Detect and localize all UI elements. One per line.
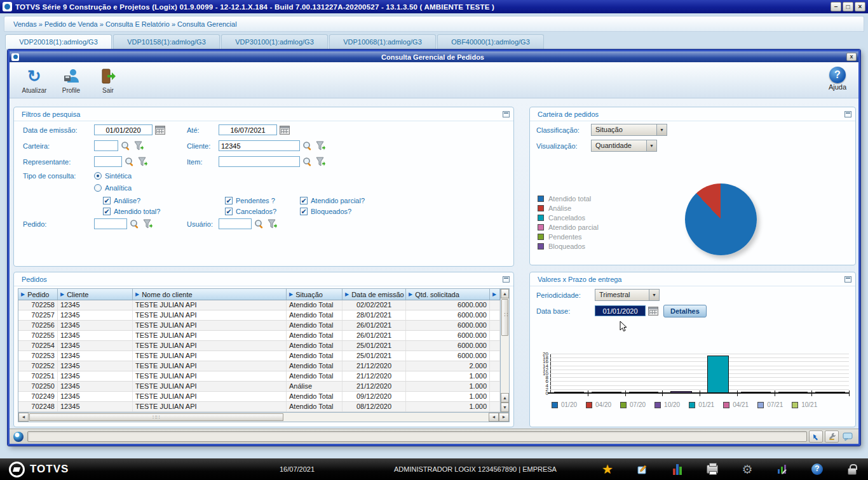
table-row[interactable]: 70224912345TESTE JULIAN APIAtendido Tota… <box>18 392 500 402</box>
collapse-panel-icon[interactable] <box>503 111 510 117</box>
mouse-cursor <box>620 321 628 334</box>
search-icon[interactable] <box>254 219 264 229</box>
checkbox-pendentes[interactable]: ✔Pendentes ? <box>225 197 300 204</box>
collapse-panel-icon[interactable] <box>503 276 510 283</box>
refresh-icon: ↻ <box>27 68 41 84</box>
table-row[interactable]: 70225012345TESTE JULIAN APIAnálise21/12/… <box>18 382 500 392</box>
column-header-pedido[interactable]: ▶Pedido <box>18 289 58 300</box>
atualizar-button[interactable]: ↻ Atualizar <box>16 65 53 98</box>
tab-vdp10068[interactable]: VDP10068(1):admlog/G3 <box>329 34 436 49</box>
report-edit-icon[interactable] <box>775 462 789 476</box>
filter-funnel-icon[interactable] <box>267 219 278 229</box>
table-row[interactable]: 70225112345TESTE JULIAN APIAtendido Tota… <box>18 371 500 382</box>
status-indicator-icon <box>13 432 24 442</box>
pedido-input[interactable] <box>94 218 127 229</box>
column-header-situação[interactable]: ▶Situação <box>287 289 342 300</box>
filter-funnel-icon[interactable] <box>315 141 327 151</box>
tab-vdp10158[interactable]: VDP10158(1):admlog/G3 <box>113 34 220 49</box>
table-row[interactable]: 70225412345TESTE JULIAN APIAtendido Tota… <box>18 341 500 351</box>
collapse-panel-icon[interactable] <box>844 276 851 283</box>
calendar-icon[interactable] <box>280 126 290 135</box>
printer-icon[interactable] <box>705 462 719 476</box>
table-row[interactable]: 70225812345TESTE JULIAN APIAtendido Tota… <box>18 300 500 310</box>
close-button[interactable]: × <box>855 2 865 11</box>
breadcrumb[interactable]: Vendas » Pedido de Venda » Consulta E Re… <box>13 20 237 28</box>
scroll-up-icon[interactable]: ▲ <box>501 289 509 298</box>
tab-vdp20018[interactable]: VDP20018(1):admlog/G3 <box>5 34 112 49</box>
scroll-down-icon[interactable]: ▼ <box>501 403 509 412</box>
ate-input[interactable] <box>219 124 277 135</box>
filter-funnel-icon[interactable] <box>137 157 149 167</box>
scroll-left-icon[interactable]: ◄ <box>18 413 29 422</box>
resize-arrow-icon[interactable] <box>809 430 823 443</box>
visualizacao-dropdown[interactable]: Quantidade ▼ <box>591 140 657 152</box>
table-row[interactable]: 70224812345TESTE JULIAN APIAtendido Tota… <box>18 402 500 412</box>
checkbox-análise[interactable]: ✔Análise? <box>103 197 225 204</box>
filter-funnel-icon[interactable] <box>315 157 327 167</box>
calendar-icon[interactable] <box>155 126 165 135</box>
ajuda-button[interactable]: ? Ajuda <box>820 65 855 98</box>
cliente-input[interactable] <box>219 140 300 151</box>
search-icon[interactable] <box>121 141 131 151</box>
tab-obf40000[interactable]: OBF40000(1):admlog/G3 <box>437 34 544 49</box>
filter-funnel-icon[interactable] <box>133 141 145 151</box>
data-emissao-label: Data de emissão: <box>23 126 94 134</box>
horizontal-scrollbar[interactable]: ◄ ∷∷ ◄ ► <box>18 413 510 422</box>
maximize-button[interactable]: □ <box>843 2 853 11</box>
checkbox-cancelados[interactable]: ✔Cancelados? <box>225 208 300 215</box>
detalhes-button[interactable]: Detalhes <box>663 305 707 317</box>
tab-vdp30100[interactable]: VDP30100(1):admlog/G3 <box>221 34 328 49</box>
scrollbar-thumb[interactable]: ∷∷ <box>29 413 283 421</box>
scroll-left-icon[interactable]: ◄ <box>489 413 499 422</box>
settings-gear-icon[interactable]: ⚙ <box>740 462 754 476</box>
usuario-input[interactable] <box>219 218 252 229</box>
checkbox-atendidoparcial[interactable]: ✔Atendido parcial? <box>300 197 513 204</box>
minimize-button[interactable]: – <box>831 2 841 11</box>
checkbox-bloqueados[interactable]: ✔Bloqueados? <box>300 208 513 215</box>
radio-sintetica[interactable]: Sintética <box>94 172 132 180</box>
table-row[interactable]: 70225212345TESTE JULIAN APIAtendido Tota… <box>18 361 500 371</box>
chart-bars-icon[interactable] <box>670 462 684 476</box>
lock-icon[interactable] <box>845 462 859 476</box>
table-row[interactable]: 70225612345TESTE JULIAN APIAtendido Tota… <box>18 321 500 331</box>
legend-item: 04/20 <box>586 401 611 408</box>
column-header-cliente[interactable]: ▶Cliente <box>58 289 133 300</box>
periodicidade-dropdown[interactable]: Trimestral ▼ <box>595 289 660 301</box>
table-row[interactable]: 70225712345TESTE JULIAN APIAtendido Tota… <box>18 310 500 321</box>
vertical-scrollbar[interactable]: ▲ ▲ ▼ <box>501 288 510 413</box>
help-icon[interactable]: ? <box>810 462 824 476</box>
scrollbar-thumb[interactable] <box>501 299 508 336</box>
annotation-pencil-icon[interactable] <box>635 462 649 476</box>
search-icon[interactable] <box>302 157 313 167</box>
calendar-icon[interactable] <box>648 307 658 316</box>
scroll-right-icon[interactable]: ► <box>499 413 509 422</box>
scroll-up-icon[interactable]: ▲ <box>501 393 509 403</box>
column-header-qtd-solicitada[interactable]: ▶Qtd. solicitada <box>406 289 490 300</box>
tools-wrench-icon[interactable] <box>825 430 839 443</box>
checkbox-icon: ✔ <box>103 208 111 215</box>
favorites-star-icon[interactable]: ★ <box>600 462 614 476</box>
representante-input[interactable] <box>94 156 122 167</box>
item-input[interactable] <box>219 156 300 167</box>
table-row[interactable]: 70225312345TESTE JULIAN APIAtendido Tota… <box>18 351 500 361</box>
carteira-input[interactable] <box>94 140 118 151</box>
column-header-data-de-emissão[interactable]: ▶Data de emissão <box>342 289 406 300</box>
sair-button[interactable]: Sair <box>90 65 126 98</box>
radio-analitica[interactable]: Analítica <box>94 184 132 192</box>
panel-pedidos: Pedidos ▶Pedido▶Cliente▶Nome do cliente▶… <box>13 272 514 427</box>
search-icon[interactable] <box>125 157 135 167</box>
column-header-nome-do-cliente[interactable]: ▶Nome do cliente <box>133 289 287 300</box>
search-icon[interactable] <box>302 141 313 151</box>
checkbox-atendidototal[interactable]: ✔Atendido total? <box>103 208 225 215</box>
data-base-input[interactable] <box>595 305 646 316</box>
search-icon[interactable] <box>130 219 140 229</box>
data-emissao-input[interactable] <box>94 124 153 135</box>
collapse-panel-icon[interactable] <box>844 111 851 117</box>
chat-bubble-icon[interactable] <box>841 430 855 443</box>
profile-button[interactable]: Profile <box>53 65 90 98</box>
classificacao-dropdown[interactable]: Situação ▼ <box>591 124 667 136</box>
inner-close-button[interactable]: x <box>846 53 857 61</box>
table-row[interactable]: 70225512345TESTE JULIAN APIAtendido Tota… <box>18 331 500 341</box>
column-header-extra[interactable]: ▶ <box>490 289 500 300</box>
filter-funnel-icon[interactable] <box>142 219 154 229</box>
